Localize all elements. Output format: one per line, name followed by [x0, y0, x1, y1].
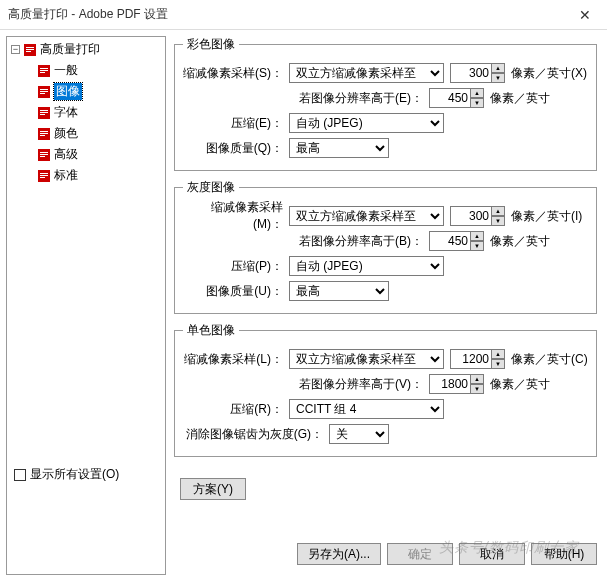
svg-rect-3	[26, 51, 31, 52]
unit-label: 像素／英寸(C)	[511, 351, 588, 368]
window-title: 高质量打印 - Adobe PDF 设置	[8, 6, 562, 23]
unit-label: 像素／英寸	[490, 90, 550, 107]
antialias-select[interactable]: 关	[329, 424, 389, 444]
main-panel: 彩色图像缩减像素采样(S)：双立方缩减像素采样至▲▼像素／英寸(X)若图像分辨率…	[170, 30, 607, 581]
above-label: 若图像分辨率高于(V)：	[183, 376, 423, 393]
cancel-button[interactable]: 取消	[459, 543, 525, 565]
tree-item-label: 一般	[54, 62, 78, 79]
compress-label: 压缩(R)：	[183, 401, 283, 418]
save-as-button[interactable]: 另存为(A)...	[297, 543, 381, 565]
spin-up-icon[interactable]: ▲	[491, 349, 505, 359]
section-legend: 单色图像	[183, 322, 239, 339]
above-label: 若图像分辨率高于(E)：	[183, 90, 423, 107]
svg-rect-18	[40, 133, 48, 134]
tree-item-2[interactable]: 字体	[7, 102, 165, 123]
pdf-icon	[37, 127, 51, 141]
dpi2-input[interactable]	[429, 88, 471, 108]
svg-rect-17	[40, 131, 48, 132]
svg-rect-9	[40, 89, 48, 90]
dpi1-input[interactable]	[450, 63, 492, 83]
compress-label: 压缩(P)：	[183, 258, 283, 275]
dpi2-input[interactable]	[429, 231, 471, 251]
unit-label: 像素／英寸	[490, 233, 550, 250]
downsample-label: 缩减像素采样(M)：	[183, 199, 283, 233]
spinner[interactable]: ▲▼	[470, 374, 484, 394]
pdf-icon	[37, 106, 51, 120]
spin-up-icon[interactable]: ▲	[491, 206, 505, 216]
unit-label: 像素／英寸(X)	[511, 65, 587, 82]
compress-select[interactable]: 自动 (JPEG)	[289, 256, 444, 276]
scheme-button[interactable]: 方案(Y)	[180, 478, 246, 500]
help-button[interactable]: 帮助(H)	[531, 543, 597, 565]
svg-rect-13	[40, 110, 48, 111]
svg-rect-15	[40, 114, 45, 115]
dpi2-input[interactable]	[429, 374, 471, 394]
spinner[interactable]: ▲▼	[491, 63, 505, 83]
downsample-select[interactable]: 双立方缩减像素采样至	[289, 206, 444, 226]
spin-up-icon[interactable]: ▲	[470, 88, 484, 98]
svg-rect-23	[40, 156, 45, 157]
unit-label: 像素／英寸(I)	[511, 208, 582, 225]
spin-up-icon[interactable]: ▲	[491, 63, 505, 73]
svg-rect-27	[40, 177, 45, 178]
ok-button[interactable]: 确定	[387, 543, 453, 565]
quality-select[interactable]: 最高	[289, 281, 389, 301]
button-row: 另存为(A)... 确定 取消 帮助(H)	[170, 543, 597, 565]
section-color: 彩色图像缩减像素采样(S)：双立方缩减像素采样至▲▼像素／英寸(X)若图像分辨率…	[174, 36, 597, 171]
quality-label: 图像质量(U)：	[183, 283, 283, 300]
svg-rect-19	[40, 135, 45, 136]
tree-item-4[interactable]: 高级	[7, 144, 165, 165]
tree-item-1[interactable]: 图像	[7, 81, 165, 102]
dpi1-input[interactable]	[450, 206, 492, 226]
svg-rect-7	[40, 72, 45, 73]
pdf-icon	[23, 43, 37, 57]
spinner[interactable]: ▲▼	[491, 206, 505, 226]
above-label: 若图像分辨率高于(B)：	[183, 233, 423, 250]
quality-label: 图像质量(Q)：	[183, 140, 283, 157]
svg-rect-10	[40, 91, 48, 92]
tree-item-0[interactable]: 一般	[7, 60, 165, 81]
checkbox-icon[interactable]	[14, 469, 26, 481]
spin-up-icon[interactable]: ▲	[470, 231, 484, 241]
downsample-label: 缩减像素采样(S)：	[183, 65, 283, 82]
unit-label: 像素／英寸	[490, 376, 550, 393]
spin-up-icon[interactable]: ▲	[470, 374, 484, 384]
tree-item-label: 图像	[54, 83, 82, 100]
tree-item-5[interactable]: 标准	[7, 165, 165, 186]
pdf-icon	[37, 85, 51, 99]
compress-select[interactable]: CCITT 组 4	[289, 399, 444, 419]
tree-item-label: 标准	[54, 167, 78, 184]
svg-rect-5	[40, 68, 48, 69]
spinner[interactable]: ▲▼	[470, 88, 484, 108]
tree-root-label: 高质量打印	[40, 41, 100, 58]
svg-rect-26	[40, 175, 48, 176]
close-icon[interactable]: ✕	[562, 0, 607, 30]
pdf-icon	[37, 64, 51, 78]
show-all-settings[interactable]: 显示所有设置(O)	[14, 466, 119, 483]
spin-down-icon[interactable]: ▼	[470, 241, 484, 251]
svg-rect-11	[40, 93, 45, 94]
downsample-select[interactable]: 双立方缩减像素采样至	[289, 63, 444, 83]
svg-rect-2	[26, 49, 34, 50]
spinner[interactable]: ▲▼	[491, 349, 505, 369]
dpi1-input[interactable]	[450, 349, 492, 369]
collapse-icon[interactable]: −	[11, 45, 20, 54]
spinner[interactable]: ▲▼	[470, 231, 484, 251]
spin-down-icon[interactable]: ▼	[470, 384, 484, 394]
spin-down-icon[interactable]: ▼	[470, 98, 484, 108]
quality-select[interactable]: 最高	[289, 138, 389, 158]
downsample-select[interactable]: 双立方缩减像素采样至	[289, 349, 444, 369]
svg-rect-22	[40, 154, 48, 155]
spin-down-icon[interactable]: ▼	[491, 216, 505, 226]
spin-down-icon[interactable]: ▼	[491, 73, 505, 83]
antialias-label: 消除图像锯齿为灰度(G)：	[183, 426, 323, 443]
pdf-icon	[37, 169, 51, 183]
pdf-icon	[37, 148, 51, 162]
tree-root[interactable]: − 高质量打印	[7, 39, 165, 60]
section-mono: 单色图像缩减像素采样(L)：双立方缩减像素采样至▲▼像素／英寸(C)若图像分辨率…	[174, 322, 597, 457]
compress-select[interactable]: 自动 (JPEG)	[289, 113, 444, 133]
section-legend: 彩色图像	[183, 36, 239, 53]
spin-down-icon[interactable]: ▼	[491, 359, 505, 369]
sidebar-tree: − 高质量打印 一般图像字体颜色高级标准	[6, 36, 166, 575]
tree-item-3[interactable]: 颜色	[7, 123, 165, 144]
